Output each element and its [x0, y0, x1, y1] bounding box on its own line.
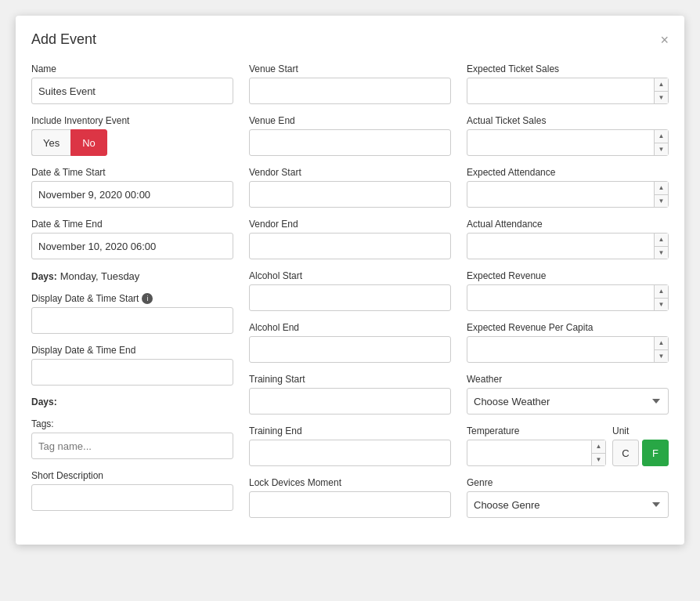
actual-ticket-input[interactable]: [467, 129, 669, 156]
expected-ticket-up[interactable]: ▲: [655, 78, 668, 92]
expected-ticket-label: Expected Ticket Sales: [467, 63, 669, 74]
genre-select[interactable]: Choose Genre Sports Concert Theater Othe…: [467, 491, 669, 518]
expected-attendance-spinner: ▲ ▼: [467, 181, 669, 208]
expected-ticket-spinner: ▲ ▼: [467, 78, 669, 104]
venue-end-input[interactable]: [249, 129, 451, 156]
temperature-input[interactable]: [467, 440, 606, 466]
expected-ticket-field: Expected Ticket Sales ▲ ▼: [467, 63, 669, 104]
temperature-unit-field: Temperature ▲ ▼ Unit C: [467, 425, 669, 466]
name-field: Name: [31, 63, 233, 104]
vendor-end-label: Vendor End: [249, 219, 451, 230]
venue-start-label: Venue Start: [249, 63, 451, 74]
expected-attendance-input[interactable]: [467, 181, 669, 208]
alcohol-start-field: Alcohol Start: [249, 270, 451, 311]
display-days-label: Days:: [31, 396, 57, 407]
actual-attendance-input[interactable]: [467, 233, 669, 259]
vendor-start-input[interactable]: [249, 181, 451, 208]
expected-ticket-input[interactable]: [467, 78, 669, 104]
expected-revenue-per-capita-input[interactable]: [467, 336, 669, 363]
add-event-modal: Add Event × Name Include Inventory Event…: [16, 16, 684, 545]
expected-revenue-per-capita-field: Expected Revenue Per Capita ▲ ▼: [467, 322, 669, 363]
alcohol-end-field: Alcohol End: [249, 322, 451, 363]
actual-ticket-label: Actual Ticket Sales: [467, 115, 669, 126]
temp-unit-row: Temperature ▲ ▼ Unit C: [467, 425, 669, 466]
actual-attendance-up[interactable]: ▲: [655, 234, 668, 247]
lock-devices-input[interactable]: [249, 491, 451, 518]
name-label: Name: [31, 63, 233, 74]
expected-revenue-up[interactable]: ▲: [655, 285, 668, 299]
display-days-row: Days:: [31, 396, 233, 407]
alcohol-end-input[interactable]: [249, 336, 451, 363]
expected-revenue-field: Expected Revenue ▲ ▼: [467, 270, 669, 311]
expected-revenue-per-capita-down[interactable]: ▼: [655, 350, 668, 363]
vendor-start-field: Vendor Start: [249, 167, 451, 208]
display-date-start-input[interactable]: [31, 307, 233, 334]
venue-end-field: Venue End: [249, 115, 451, 156]
date-time-end-label: Date & Time End: [31, 219, 233, 230]
training-end-field: Training End: [249, 425, 451, 466]
days-row: Days: Monday, Tuesday: [31, 270, 233, 282]
close-button[interactable]: ×: [660, 33, 669, 47]
tags-input[interactable]: [31, 433, 233, 459]
expected-revenue-per-capita-label: Expected Revenue Per Capita: [467, 322, 669, 333]
no-button[interactable]: No: [70, 129, 107, 156]
lock-devices-label: Lock Devices Moment: [249, 477, 451, 488]
temperature-field: Temperature ▲ ▼: [467, 425, 606, 466]
display-days-field: Days:: [31, 396, 233, 407]
days-value: Monday, Tuesday: [60, 270, 140, 282]
date-time-start-label: Date & Time Start: [31, 167, 233, 178]
unit-c-button[interactable]: C: [612, 440, 639, 466]
actual-ticket-up[interactable]: ▲: [655, 130, 668, 143]
expected-ticket-spinner-buttons: ▲ ▼: [654, 78, 668, 103]
actual-ticket-down[interactable]: ▼: [655, 143, 668, 156]
actual-attendance-field: Actual Attendance ▲ ▼: [467, 219, 669, 259]
actual-ticket-field: Actual Ticket Sales ▲ ▼: [467, 115, 669, 156]
venue-start-input[interactable]: [249, 78, 451, 104]
expected-ticket-down[interactable]: ▼: [655, 92, 668, 104]
temperature-spinner-buttons: ▲ ▼: [591, 440, 605, 465]
vendor-end-field: Vendor End: [249, 219, 451, 259]
days-label: Days:: [31, 271, 57, 282]
date-time-start-input[interactable]: [31, 181, 233, 208]
unit-field: Unit C F: [612, 425, 669, 466]
weather-field: Weather Choose Weather Sunny Cloudy Rain…: [467, 374, 669, 415]
expected-attendance-up[interactable]: ▲: [655, 182, 668, 195]
vendor-end-input[interactable]: [249, 233, 451, 259]
expected-revenue-per-capita-up[interactable]: ▲: [655, 337, 668, 350]
temperature-spinner: ▲ ▼: [467, 440, 606, 466]
short-description-label: Short Description: [31, 470, 233, 481]
weather-select[interactable]: Choose Weather Sunny Cloudy Rainy Snowy …: [467, 388, 669, 415]
expected-revenue-down[interactable]: ▼: [655, 299, 668, 311]
modal-title: Add Event: [31, 31, 96, 48]
actual-attendance-label: Actual Attendance: [467, 219, 669, 230]
expected-attendance-field: Expected Attendance ▲ ▼: [467, 167, 669, 208]
name-input[interactable]: [31, 78, 233, 104]
display-date-start-field: Display Date & Time Start i: [31, 293, 233, 334]
days-field: Days: Monday, Tuesday: [31, 270, 233, 282]
expected-revenue-input[interactable]: [467, 284, 669, 311]
display-date-start-label: Display Date & Time Start i: [31, 293, 233, 304]
short-description-input[interactable]: [31, 484, 233, 511]
column-3: Expected Ticket Sales ▲ ▼ Actual Ticket …: [467, 63, 669, 529]
training-start-input[interactable]: [249, 388, 451, 415]
display-date-end-label: Display Date & Time End: [31, 345, 233, 356]
expected-revenue-per-capita-spinner-buttons: ▲ ▼: [654, 337, 668, 362]
expected-attendance-spinner-buttons: ▲ ▼: [654, 182, 668, 207]
training-end-input[interactable]: [249, 440, 451, 466]
actual-attendance-down[interactable]: ▼: [655, 247, 668, 259]
column-1: Name Include Inventory Event Yes No Date…: [31, 63, 233, 529]
yes-button[interactable]: Yes: [31, 129, 70, 156]
expected-attendance-down[interactable]: ▼: [655, 195, 668, 208]
genre-label: Genre: [467, 477, 669, 488]
unit-f-button[interactable]: F: [642, 440, 669, 466]
info-icon[interactable]: i: [142, 293, 153, 304]
temperature-down[interactable]: ▼: [592, 454, 605, 466]
date-time-end-input[interactable]: [31, 233, 233, 259]
training-start-field: Training Start: [249, 374, 451, 415]
temperature-up[interactable]: ▲: [592, 440, 605, 454]
short-description-field: Short Description: [31, 470, 233, 511]
display-date-end-field: Display Date & Time End: [31, 345, 233, 386]
alcohol-start-input[interactable]: [249, 284, 451, 311]
modal-header: Add Event ×: [31, 31, 669, 48]
display-date-end-input[interactable]: [31, 359, 233, 386]
